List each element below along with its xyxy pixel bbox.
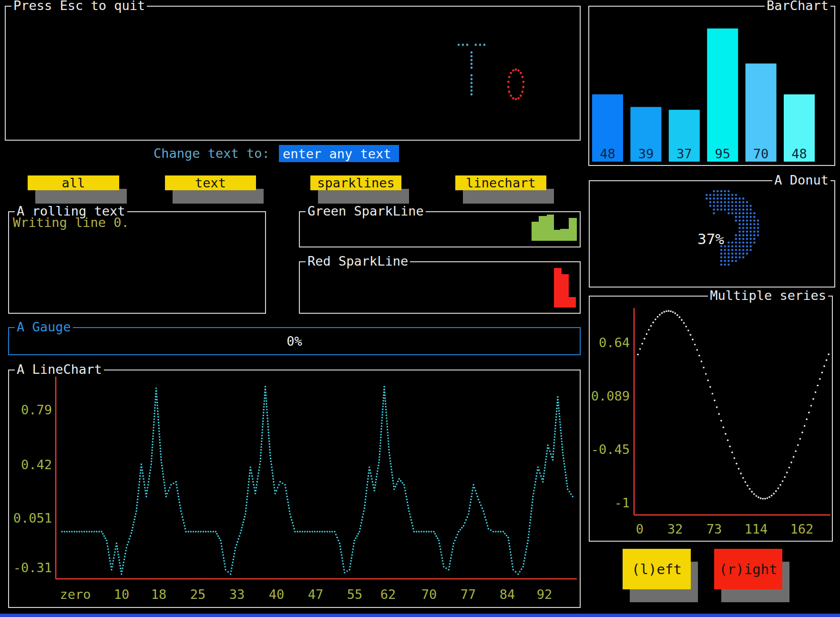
barchart-canvas: 483937957048: [589, 7, 834, 165]
svg-text:95: 95: [715, 146, 730, 161]
press-esc-panel-title: Press Esc to quit: [11, 0, 147, 13]
svg-text:70: 70: [753, 146, 769, 161]
text-button-shadow: [173, 189, 264, 204]
svg-text:37: 37: [676, 146, 692, 161]
red-sparkline-panel-title: Red SparkLine: [306, 254, 410, 268]
bottom-strip: [0, 614, 840, 617]
gauge-value: 0%: [9, 334, 580, 349]
red-sparkline-canvas: [300, 262, 580, 313]
svg-text:0.089: 0.089: [591, 389, 630, 403]
svg-text:84: 84: [500, 587, 515, 602]
svg-text:92: 92: [537, 587, 553, 602]
svg-text:48: 48: [791, 146, 807, 161]
left-button-label: (l)eft: [632, 561, 682, 577]
text-button-face[interactable]: text: [165, 175, 256, 190]
svg-text:32: 32: [667, 522, 683, 536]
svg-text:33: 33: [229, 587, 245, 602]
gauge-panel-title: A Gauge: [15, 320, 73, 334]
text-input[interactable]: [279, 145, 399, 162]
sparklines-button-label: sparklines: [317, 175, 395, 190]
sparklines-button-face[interactable]: sparklines: [310, 175, 401, 190]
svg-text:18: 18: [151, 587, 167, 602]
svg-text:55: 55: [347, 587, 363, 602]
all-button-shadow: [35, 189, 127, 204]
svg-text:-0.45: -0.45: [591, 442, 630, 457]
text-button-label: text: [195, 175, 226, 190]
sparklines-button-shadow: [318, 189, 409, 204]
svg-text:48: 48: [600, 146, 615, 161]
svg-text:0: 0: [636, 522, 644, 536]
red-sparkline-panel: Red SparkLine: [299, 261, 581, 314]
svg-text:0.051: 0.051: [13, 511, 52, 525]
svg-text:77: 77: [461, 587, 476, 602]
all-button-label: all: [62, 175, 85, 190]
svg-text:-1: -1: [614, 495, 630, 510]
donut-panel-title: A Donut: [772, 173, 830, 187]
svg-text:62: 62: [380, 587, 396, 602]
svg-text:47: 47: [308, 587, 324, 602]
gauge-panel: A Gauge 0%: [8, 327, 581, 355]
rolling-text-line: Writing line 0.: [13, 215, 129, 230]
green-sparkline-panel: Green SparkLine: [299, 211, 581, 247]
green-sparkline-panel-title: Green SparkLine: [306, 204, 426, 218]
rolling-text-panel: A rolling text Writing line 0.: [8, 211, 266, 314]
svg-text:162: 162: [790, 522, 814, 536]
linechart-button-label: linechart: [466, 175, 535, 190]
multiseries-panel: Multiple series 0.640.089-0.45-103273114…: [589, 296, 833, 542]
svg-text:114: 114: [745, 522, 768, 536]
donut-panel: A Donut 37%: [589, 180, 835, 288]
svg-text:39: 39: [638, 146, 654, 161]
linechart-button-face[interactable]: linechart: [455, 175, 546, 190]
press-esc-panel: Press Esc to quit: [5, 6, 581, 141]
svg-text:0.79: 0.79: [21, 402, 52, 417]
svg-text:zero: zero: [60, 587, 91, 602]
linechart-panel-title: A LineChart: [15, 362, 104, 377]
svg-text:73: 73: [707, 522, 722, 536]
svg-text:-0.31: -0.31: [13, 560, 52, 575]
all-button-face[interactable]: all: [28, 175, 119, 190]
multiseries-canvas: 0.640.089-0.45-103273114162: [590, 297, 832, 541]
linechart-button-shadow: [463, 189, 554, 204]
segment-display-canvas: [6, 7, 580, 140]
linechart-canvas: 0.790.420.051-0.31zero101825334047556270…: [9, 370, 580, 607]
donut-percent-label: 37%: [666, 230, 724, 247]
svg-text:0.64: 0.64: [599, 335, 630, 350]
right-button-label: (r)ight: [719, 561, 777, 577]
linechart-panel: A LineChart 0.790.420.051-0.31zero101825…: [8, 370, 581, 608]
terminal-screen: Press Esc to quit BarChart 483937957048 …: [0, 0, 840, 617]
svg-text:10: 10: [114, 587, 130, 602]
multiseries-panel-title: Multiple series: [708, 288, 828, 303]
barchart-panel: BarChart 483937957048: [588, 6, 835, 166]
change-text-label: Change text to:: [154, 145, 270, 162]
svg-text:0.42: 0.42: [21, 457, 52, 472]
svg-text:25: 25: [190, 587, 206, 602]
left-button-face[interactable]: (l)eft: [623, 549, 691, 589]
svg-text:70: 70: [421, 587, 437, 602]
barchart-panel-title: BarChart: [765, 0, 830, 13]
svg-text:40: 40: [269, 587, 285, 602]
right-button-face[interactable]: (r)ight: [714, 549, 782, 589]
